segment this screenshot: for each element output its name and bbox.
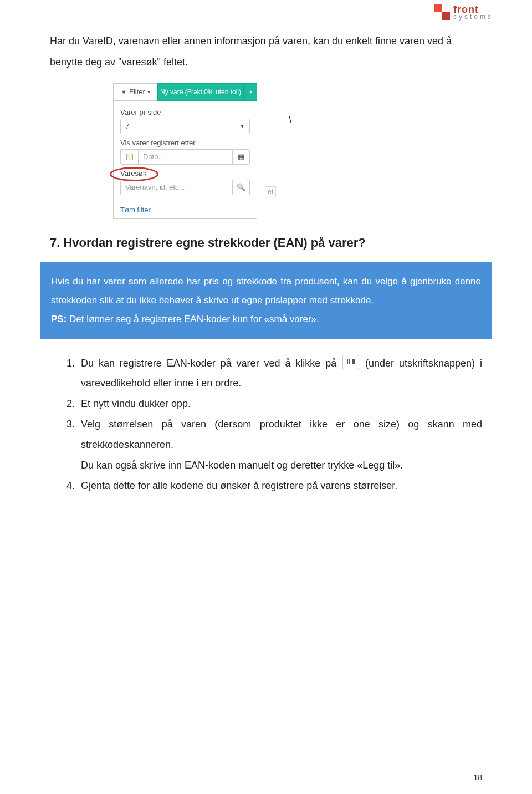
date-placeholder: Dato... <box>143 152 164 161</box>
search-button[interactable]: 🔍 <box>232 180 250 195</box>
step-1-text-a: Du kan registrere EAN-koder på varer ved… <box>81 358 341 369</box>
barcode-icon <box>347 359 355 364</box>
info-box-ps-text: Det lønner seg å registrere EAN-koder ku… <box>66 314 319 324</box>
search-icon: 🔍 <box>237 183 245 191</box>
new-item-dropdown[interactable]: ▾ <box>244 83 257 101</box>
new-item-button[interactable]: Ny vare (Frakt:0% uten toll) <box>157 83 244 101</box>
step-3-text-a: Velg størrelsen på varen (dersom produkt… <box>81 419 482 450</box>
clear-filter-link[interactable]: Tøm filter <box>114 201 257 218</box>
calendar-icon: ▦ <box>238 152 244 161</box>
date-input[interactable]: Dato... <box>138 149 232 165</box>
item-search-placeholder: Varenavn, id, etc... <box>125 183 185 191</box>
funnel-icon: ▼ <box>121 89 127 95</box>
filter-button-label: Filter <box>129 88 145 96</box>
step-1: Du kan registrere EAN-koder på varer ved… <box>78 353 482 394</box>
stray-backslash: \ <box>289 115 291 125</box>
logo-mark-icon <box>434 4 450 20</box>
filter-panel-figure: \ ▼ Filter ▾ Ny vare (Frakt:0% uten toll… <box>113 83 257 219</box>
steps-list: Du kan registrere EAN-koder på varer ved… <box>50 353 482 496</box>
items-per-page-select[interactable]: 7 ▼ <box>120 119 250 134</box>
step-2: Et nytt vindu dukker opp. <box>78 394 482 414</box>
date-checkbox[interactable] <box>120 149 138 165</box>
step-3-text-b: Du kan også skrive inn EAN-koden manuelt… <box>81 460 403 471</box>
filter-button[interactable]: ▼ Filter ▾ <box>113 83 157 101</box>
caret-down-icon: ▾ <box>147 89 150 95</box>
registered-after-label: Vis varer registrert etter <box>120 139 250 147</box>
step-4: Gjenta dette for alle kodene du ønsker å… <box>78 476 482 496</box>
items-per-page-label: Varer pr side <box>120 108 250 116</box>
intro-paragraph: Har du VareID, varenavn eller annen info… <box>50 31 482 73</box>
highlight-oval <box>110 167 158 181</box>
brand-logo: front systems <box>434 4 493 20</box>
stray-et-fragment: et <box>265 186 276 197</box>
new-item-label: Ny vare (Frakt:0% uten toll) <box>160 88 241 96</box>
info-box: Hvis du har varer som allerede har pris … <box>40 262 492 339</box>
item-search-input[interactable]: Varenavn, id, etc... <box>120 180 232 195</box>
page-number: 18 <box>473 773 482 782</box>
barcode-button[interactable] <box>342 355 359 369</box>
info-box-ps-label: PS: <box>51 314 66 324</box>
logo-text-2: systems <box>453 14 493 20</box>
items-per-page-value: 7 <box>125 122 129 130</box>
step-3: Velg størrelsen på varen (dersom produkt… <box>78 414 482 476</box>
calendar-button[interactable]: ▦ <box>232 149 250 165</box>
section-heading: 7. Hvordan registrere egne strekkoder (E… <box>50 236 482 250</box>
info-box-paragraph: Hvis du har varer som allerede har pris … <box>51 272 481 310</box>
caret-down-icon: ▾ <box>249 89 252 95</box>
caret-down-icon: ▼ <box>239 123 245 129</box>
